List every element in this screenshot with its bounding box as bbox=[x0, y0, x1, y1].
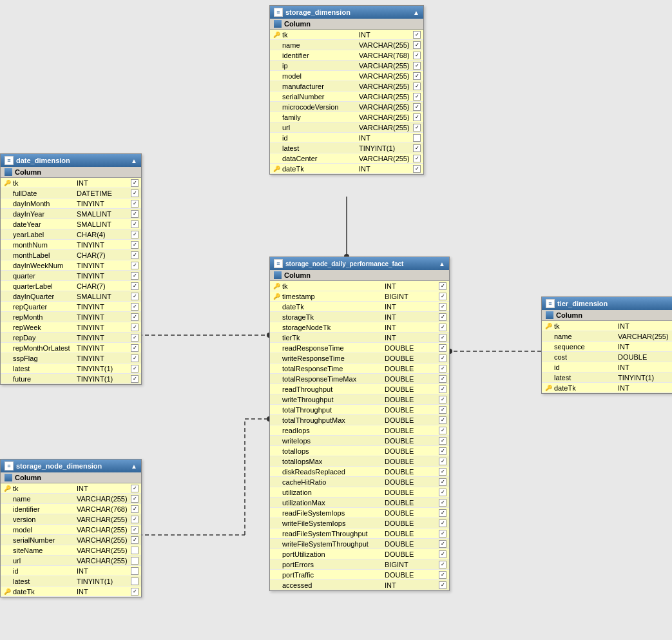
col-header-tier-dimension: Column bbox=[542, 310, 672, 321]
table-header-fact: ≡ storage_node_daily_performance_fact ▲ bbox=[270, 257, 449, 270]
table-row: writeFileSystemIopsDOUBLE✓ bbox=[270, 518, 449, 528]
table-row: futureTINYINT(1)✓ bbox=[1, 374, 141, 384]
pk-icon: 🔑 bbox=[544, 322, 552, 330]
table-fact: ≡ storage_node_daily_performance_fact ▲ … bbox=[269, 257, 450, 591]
table-row: totalThroughputMaxDOUBLE✓ bbox=[270, 415, 449, 425]
col-icon bbox=[274, 20, 282, 28]
scroll-up-icon[interactable]: ▲ bbox=[439, 260, 445, 267]
table-row: urlVARCHAR(255)✓ bbox=[270, 122, 423, 133]
table-icon: ≡ bbox=[274, 8, 283, 17]
table-row: nameVARCHAR(255)✓ bbox=[270, 40, 423, 50]
table-row: repDayTINYINT✓ bbox=[1, 333, 141, 343]
table-name-tier-dimension: tier_dimension bbox=[557, 300, 608, 307]
col-icon bbox=[274, 271, 282, 279]
table-row: 🔑 dateTk INT ✓ bbox=[1, 587, 141, 597]
fk-icon: 🔑 bbox=[544, 384, 552, 392]
table-row: quarterLabelCHAR(7)✓ bbox=[1, 281, 141, 291]
table-row: sequenceINT bbox=[542, 342, 672, 352]
table-storage-node-dimension: ≡ storage_node_dimension ▲ Column 🔑 tk I… bbox=[0, 459, 142, 597]
table-header-storage-node-dimension: ≡ storage_node_dimension ▲ bbox=[1, 460, 141, 472]
table-row: quarterTINYINT✓ bbox=[1, 271, 141, 281]
scroll-up-icon[interactable]: ▲ bbox=[131, 157, 137, 164]
table-row: repMonthOrLatestTINYINT✓ bbox=[1, 343, 141, 353]
scroll-up-icon[interactable]: ▲ bbox=[131, 463, 137, 470]
fk-icon: 🔑 bbox=[273, 165, 280, 173]
table-date-dimension: ≡ date_dimension ▲ Column 🔑 tk INT ✓ ful… bbox=[0, 153, 142, 385]
table-row: latestTINYINT(1)✓ bbox=[1, 364, 141, 374]
table-row: identifierVARCHAR(768)✓ bbox=[270, 50, 423, 61]
table-row: yearLabelCHAR(4)✓ bbox=[1, 229, 141, 240]
table-row: 🔑 tk INT ✓ bbox=[1, 178, 141, 188]
table-row: utilizationDOUBLE✓ bbox=[270, 487, 449, 498]
table-row: totalThroughputDOUBLE✓ bbox=[270, 405, 449, 415]
table-row: nameVARCHAR(255)✓ bbox=[542, 331, 672, 342]
table-row: dateTkINT✓ bbox=[270, 302, 449, 312]
table-row: totalIopsMaxDOUBLE✓ bbox=[270, 456, 449, 467]
table-row: identifierVARCHAR(768)✓ bbox=[1, 504, 141, 514]
table-row: dayInQuarterSMALLINT✓ bbox=[1, 291, 141, 302]
table-icon: ≡ bbox=[274, 259, 283, 268]
table-row: writeIopsDOUBLE✓ bbox=[270, 436, 449, 446]
table-name-fact: storage_node_daily_performance_fact bbox=[285, 260, 403, 267]
table-row: microcodeVersionVARCHAR(255)✓ bbox=[270, 102, 423, 112]
table-header-storage-dimension: ≡ storage_dimension ▲ bbox=[270, 6, 423, 19]
nullable-check: ✓ bbox=[413, 31, 421, 39]
table-row: dataCenterVARCHAR(255)✓ bbox=[270, 153, 423, 164]
table-row: cacheHitRatioDOUBLE✓ bbox=[270, 477, 449, 487]
pk-icon: 🔑 bbox=[3, 179, 11, 187]
table-row: totalIopsDOUBLE✓ bbox=[270, 446, 449, 456]
table-icon: ≡ bbox=[5, 156, 14, 165]
table-icon: ≡ bbox=[546, 299, 555, 308]
table-header-date-dimension: ≡ date_dimension ▲ bbox=[1, 154, 141, 167]
table-row: familyVARCHAR(255)✓ bbox=[270, 112, 423, 122]
table-row: dayInWeekNumTINYINT✓ bbox=[1, 260, 141, 271]
table-row: modelVARCHAR(255)✓ bbox=[1, 525, 141, 535]
table-row: dayInMonthTINYINT✓ bbox=[1, 199, 141, 209]
col-icon bbox=[5, 168, 12, 176]
table-row: 🔑 dateTk INT ✓ bbox=[270, 164, 423, 174]
table-row: idINT bbox=[270, 133, 423, 143]
table-row: repWeekTINYINT✓ bbox=[1, 322, 141, 333]
table-row: repQuarterTINYINT✓ bbox=[1, 302, 141, 312]
table-row: manufacturerVARCHAR(255)✓ bbox=[270, 81, 423, 92]
table-row: latestTINYINT(1) bbox=[542, 373, 672, 383]
table-row: totalResponseTimeDOUBLE✓ bbox=[270, 364, 449, 374]
table-row: diskReadsReplacedDOUBLE✓ bbox=[270, 467, 449, 477]
table-row: monthLabelCHAR(7)✓ bbox=[1, 250, 141, 260]
table-row: urlVARCHAR(255) bbox=[1, 556, 141, 566]
table-name-storage-dimension: storage_dimension bbox=[285, 8, 350, 16]
table-row: readIopsDOUBLE✓ bbox=[270, 425, 449, 436]
table-row: idINT bbox=[1, 566, 141, 576]
table-row: storageNodeTkINT✓ bbox=[270, 322, 449, 333]
table-row: 🔑 dateTk INT ✓ bbox=[542, 383, 672, 393]
table-row: sspFlagTINYINT✓ bbox=[1, 353, 141, 364]
table-row: storageTkINT✓ bbox=[270, 312, 449, 322]
col-header-storage-node-dimension: Column bbox=[1, 472, 141, 483]
col-header-date-dimension: Column bbox=[1, 167, 141, 178]
table-row: readFileSystemThroughputDOUBLE✓ bbox=[270, 528, 449, 539]
table-row: writeFileSystemThroughputDOUBLE✓ bbox=[270, 539, 449, 549]
table-row: totalResponseTimeMaxDOUBLE✓ bbox=[270, 374, 449, 384]
table-row: utilizationMaxDOUBLE✓ bbox=[270, 498, 449, 508]
table-row: idINT bbox=[542, 362, 672, 373]
table-row: 🔑 tk INT ✓ bbox=[270, 30, 423, 40]
table-storage-dimension: ≡ storage_dimension ▲ Column 🔑 tk INT ✓ … bbox=[269, 5, 424, 175]
table-row: 🔑 timestamp BIGINT ✓ bbox=[270, 291, 449, 302]
pk-icon: 🔑 bbox=[3, 485, 11, 492]
table-row: monthNumTINYINT✓ bbox=[1, 240, 141, 250]
table-row: dateYearSMALLINT✓ bbox=[1, 219, 141, 229]
table-row: latestTINYINT(1)✓ bbox=[270, 143, 423, 153]
table-header-tier-dimension: ≡ tier_dimension ▲ bbox=[542, 297, 672, 310]
col-icon bbox=[5, 474, 12, 481]
table-name-date-dimension: date_dimension bbox=[16, 157, 70, 164]
table-icon: ≡ bbox=[5, 461, 14, 470]
table-row: 🔑 tk INT ✓ bbox=[1, 483, 141, 494]
table-row: tierTkINT✓ bbox=[270, 333, 449, 343]
table-row: costDOUBLE bbox=[542, 352, 672, 362]
table-row: accessedINT✓ bbox=[270, 580, 449, 590]
table-name-storage-node-dimension: storage_node_dimension bbox=[16, 462, 102, 470]
scroll-up-icon[interactable]: ▲ bbox=[413, 9, 419, 16]
table-row: ipVARCHAR(255)✓ bbox=[270, 61, 423, 71]
table-row: nameVARCHAR(255)✓ bbox=[1, 494, 141, 504]
col-header-storage-dimension: Column bbox=[270, 19, 423, 30]
